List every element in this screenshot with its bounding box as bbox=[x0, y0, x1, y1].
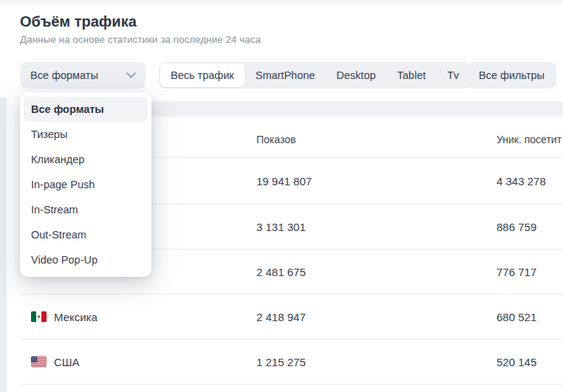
dropdown-item-inpage-push[interactable]: In-page Push bbox=[20, 172, 151, 197]
tab-all-traffic[interactable]: Весь трафик bbox=[160, 63, 245, 87]
mexico-flag-icon bbox=[31, 312, 47, 323]
format-select-value: Все форматы bbox=[30, 69, 98, 81]
country-name: США bbox=[54, 356, 80, 368]
dropdown-item-instream[interactable]: In-Stream bbox=[20, 197, 151, 222]
tab-smartphone[interactable]: SmartPhone bbox=[245, 63, 326, 87]
impressions-value: 1 215 275 bbox=[256, 356, 306, 368]
column-header-impressions: Показов bbox=[256, 134, 296, 145]
page-subtitle: Данные на основе статистики за последние… bbox=[20, 34, 261, 45]
divider bbox=[20, 384, 563, 385]
unique-visitors-value: 520 145 bbox=[497, 356, 536, 368]
usa-flag-icon bbox=[31, 357, 47, 368]
column-header-unique-visitors: Уник. посетит bbox=[497, 134, 562, 145]
unique-visitors-value: 776 717 bbox=[497, 266, 536, 278]
table-row[interactable]: Мексика 2 418 947 680 521 bbox=[20, 295, 563, 339]
device-tabs: Весь трафик SmartPhone Desktop Tablet Tv bbox=[159, 62, 471, 89]
left-edge-strip bbox=[0, 97, 7, 392]
tab-tablet[interactable]: Tablet bbox=[387, 63, 437, 87]
format-dropdown-menu: Все форматы Тизеры Кликандер In-page Pus… bbox=[20, 92, 151, 277]
format-select[interactable]: Все форматы bbox=[20, 62, 146, 89]
impressions-value: 19 941 807 bbox=[256, 175, 312, 188]
impressions-value: 3 131 301 bbox=[256, 221, 306, 233]
chevron-down-icon bbox=[126, 72, 136, 78]
dropdown-item-outstream[interactable]: Out-Stream bbox=[20, 222, 151, 247]
all-filters-button[interactable]: Все фильтры bbox=[467, 62, 556, 89]
unique-visitors-value: 680 521 bbox=[497, 311, 536, 323]
impressions-value: 2 418 947 bbox=[256, 311, 306, 323]
impressions-value: 2 481 675 bbox=[256, 266, 306, 278]
tab-tv[interactable]: Tv bbox=[437, 63, 469, 87]
dropdown-item-clickunder[interactable]: Кликандер bbox=[20, 147, 151, 172]
country-name: Мексика bbox=[54, 311, 98, 323]
table-row[interactable]: США 1 215 275 520 145 bbox=[20, 340, 563, 384]
dropdown-item-video-popup[interactable]: Video Pop-Up bbox=[20, 247, 151, 272]
dropdown-item-all-formats[interactable]: Все форматы bbox=[24, 97, 148, 122]
unique-visitors-value: 4 343 278 bbox=[497, 175, 546, 188]
top-edge-strip bbox=[0, 0, 563, 4]
page-title: Объём трафика bbox=[20, 13, 137, 30]
tab-desktop[interactable]: Desktop bbox=[326, 63, 386, 87]
unique-visitors-value: 886 759 bbox=[497, 221, 536, 233]
dropdown-item-teasers[interactable]: Тизеры bbox=[20, 122, 151, 147]
